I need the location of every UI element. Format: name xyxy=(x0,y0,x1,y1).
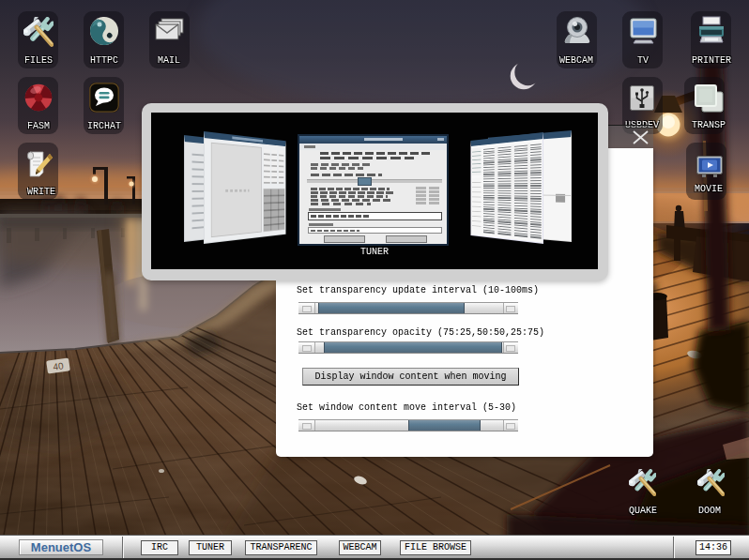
svg-text:40: 40 xyxy=(53,360,65,372)
